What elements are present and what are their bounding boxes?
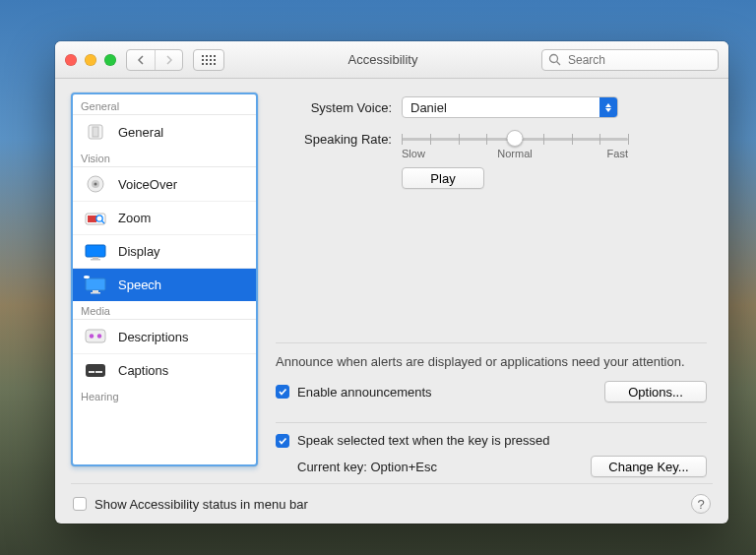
enable-announcements-row: Enable announcements Options... xyxy=(276,381,707,402)
divider xyxy=(276,422,707,423)
search-icon xyxy=(548,53,561,66)
system-voice-row: System Voice: Daniel xyxy=(276,96,707,118)
window-titlebar: Accessibility xyxy=(55,41,728,79)
svg-point-17 xyxy=(84,276,90,278)
svg-rect-11 xyxy=(86,245,105,257)
sidebar-item-descriptions[interactable]: Descriptions xyxy=(73,320,256,353)
help-button[interactable]: ? xyxy=(691,494,711,514)
zoom-window-button[interactable] xyxy=(104,54,116,66)
forward-button[interactable] xyxy=(155,50,182,70)
speaking-rate-row: Speaking Rate: xyxy=(276,128,707,150)
change-key-button[interactable]: Change Key... xyxy=(591,456,707,477)
sidebar-item-captions[interactable]: Captions xyxy=(73,353,256,387)
sidebar-item-display[interactable]: Display xyxy=(73,234,256,268)
svg-rect-15 xyxy=(93,290,98,292)
display-icon xyxy=(83,241,108,263)
sidebar-item-zoom[interactable]: Zoom xyxy=(73,201,256,234)
enable-announcements-checkbox[interactable] xyxy=(276,385,289,399)
chevron-right-icon xyxy=(164,55,173,65)
svg-rect-14 xyxy=(86,278,105,290)
sidebar-item-voiceover[interactable]: VoiceOver xyxy=(73,167,256,201)
search-field-container xyxy=(541,49,719,71)
descriptions-icon xyxy=(83,326,108,347)
play-button[interactable]: Play xyxy=(402,167,484,189)
svg-rect-8 xyxy=(88,216,96,222)
voiceover-icon xyxy=(83,173,108,195)
general-icon xyxy=(83,121,108,143)
back-button[interactable] xyxy=(127,50,155,70)
rate-normal-label: Normal xyxy=(497,148,532,159)
system-voice-value: Daniel xyxy=(410,100,447,115)
close-button[interactable] xyxy=(65,54,77,66)
sidebar-item-label: VoiceOver xyxy=(118,177,177,192)
sidebar-item-label: General xyxy=(118,125,163,140)
window-title: Accessibility xyxy=(348,52,418,67)
main-split: General General Vision VoiceOver xyxy=(71,92,713,483)
accessibility-window: Accessibility General General xyxy=(55,41,728,524)
grid-icon xyxy=(202,55,216,65)
desktop-background: Accessibility General General xyxy=(0,0,756,555)
announcements-options-button[interactable]: Options... xyxy=(604,381,707,402)
traffic-lights xyxy=(65,54,116,66)
sidebar-item-speech[interactable]: Speech xyxy=(73,268,256,301)
system-voice-label: System Voice: xyxy=(276,100,392,115)
minimize-button[interactable] xyxy=(85,54,96,66)
show-status-label: Show Accessibility status in menu bar xyxy=(94,497,308,512)
svg-rect-12 xyxy=(93,257,98,259)
sidebar-item-label: Display xyxy=(118,244,160,259)
svg-rect-13 xyxy=(91,259,100,261)
select-stepper-icon xyxy=(599,97,617,117)
checkmark-icon xyxy=(278,436,287,446)
speaking-rate-slider[interactable] xyxy=(402,128,628,150)
show-all-button[interactable] xyxy=(193,49,224,71)
play-row: Play xyxy=(402,167,707,189)
svg-rect-21 xyxy=(86,364,105,377)
speech-icon xyxy=(83,275,108,296)
captions-icon xyxy=(83,360,108,382)
enable-announcements-label: Enable announcements xyxy=(297,385,432,400)
sidebar-group-media: Media xyxy=(73,301,256,320)
speak-selected-row: Speak selected text when the key is pres… xyxy=(276,433,707,448)
svg-line-1 xyxy=(557,61,561,65)
zoom-icon xyxy=(83,208,108,229)
speaking-rate-label: Speaking Rate: xyxy=(276,132,392,147)
svg-point-0 xyxy=(550,54,558,62)
rate-slow-label: Slow xyxy=(402,148,425,159)
slider-knob[interactable] xyxy=(507,130,524,147)
sidebar-item-label: Speech xyxy=(118,278,161,292)
speech-panel: System Voice: Daniel Speaking Rate: xyxy=(276,92,713,483)
svg-point-20 xyxy=(97,334,101,338)
chevron-left-icon xyxy=(137,55,146,65)
window-body: General General Vision VoiceOver xyxy=(55,79,728,524)
svg-rect-22 xyxy=(89,371,94,373)
speak-selected-checkbox[interactable] xyxy=(276,434,289,448)
divider xyxy=(276,342,707,343)
category-sidebar: General General Vision VoiceOver xyxy=(71,92,258,466)
sidebar-item-label: Zoom xyxy=(118,211,151,225)
sidebar-item-label: Descriptions xyxy=(118,330,189,344)
sidebar-item-general[interactable]: General xyxy=(73,115,256,149)
current-key-row: Current key: Option+Esc Change Key... xyxy=(297,456,707,477)
checkmark-icon xyxy=(278,387,287,397)
sidebar-group-vision: Vision xyxy=(73,149,256,167)
svg-rect-18 xyxy=(86,330,105,342)
current-key-label: Current key: Option+Esc xyxy=(297,460,437,474)
svg-point-6 xyxy=(94,183,97,186)
nav-back-forward xyxy=(126,49,183,71)
sidebar-group-hearing: Hearing xyxy=(73,387,256,404)
system-voice-select[interactable]: Daniel xyxy=(402,96,618,118)
svg-rect-16 xyxy=(91,292,100,294)
rate-fast-label: Fast xyxy=(607,148,628,159)
announce-note: Announce when alerts are displayed or ap… xyxy=(276,353,707,371)
slider-tick-labels: Slow Normal Fast xyxy=(402,148,628,159)
window-footer: Show Accessibility status in menu bar ? xyxy=(71,483,713,514)
sidebar-group-general: General xyxy=(73,96,256,115)
svg-rect-23 xyxy=(95,371,102,373)
show-status-checkbox[interactable] xyxy=(73,497,87,511)
search-input[interactable] xyxy=(541,49,719,71)
svg-rect-3 xyxy=(93,127,98,137)
speak-selected-label: Speak selected text when the key is pres… xyxy=(297,433,550,448)
sidebar-item-label: Captions xyxy=(118,363,168,378)
help-icon: ? xyxy=(697,497,704,512)
svg-point-19 xyxy=(90,334,94,338)
